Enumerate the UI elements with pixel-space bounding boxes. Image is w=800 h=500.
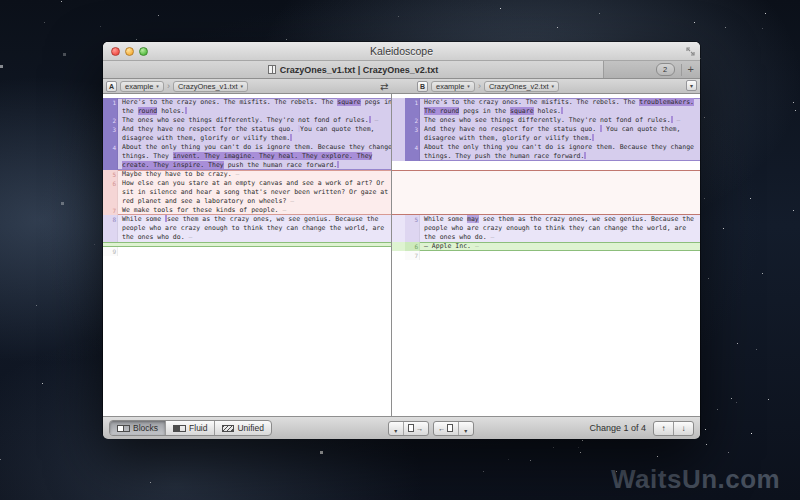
line-text: disagree with them, glorify or vilify th… (118, 134, 391, 143)
diff-row: 2The ones who see things differently. Th… (392, 116, 700, 125)
line-number (103, 233, 118, 242)
diff-row: 4About the only thing you can't do is ig… (103, 143, 391, 152)
breadcrumb-file-left[interactable]: CrazyOnes_v1.txt (173, 81, 248, 92)
diff-row: 7We make tools for these kinds of people… (103, 206, 391, 215)
block-edge-strip (392, 242, 405, 251)
tab-label: CrazyOnes_v1.txt | CrazyOnes_v2.txt (280, 65, 439, 75)
line-text: We make tools for these kinds of people.… (118, 206, 391, 215)
line-text: And they have no respect for the status … (420, 125, 700, 134)
line-number: 3 (405, 125, 420, 134)
copy-right-button[interactable]: → (404, 422, 428, 435)
diff-row: people who are crazy enough to think the… (103, 224, 391, 233)
line-number (103, 134, 118, 143)
line-text: the round holes. (118, 107, 391, 116)
line-text: red planet and see a laboratory on wheel… (118, 197, 391, 206)
line-text: disagree with them, glorify or vilify th… (420, 134, 700, 143)
line-number (405, 233, 420, 242)
line-text: the ones who do. – (118, 233, 391, 242)
breadcrumb-file-right[interactable]: CrazyOnes_v2.txt (484, 81, 559, 92)
diff-row: the round holes. (103, 107, 391, 116)
file-badge-a[interactable]: A (106, 81, 117, 92)
chevron-right-icon: › (478, 81, 481, 92)
line-number: 1 (405, 98, 420, 107)
line-text: Here's to the crazy ones. The misfits. T… (420, 98, 700, 107)
diff-row: the ones who do. – (103, 233, 391, 242)
chevron-right-icon: › (167, 81, 170, 92)
line-text: About the only thing you can't do is ign… (420, 143, 700, 152)
file-menu-button[interactable] (686, 80, 697, 91)
block-edge-strip (392, 116, 405, 125)
line-number (103, 161, 118, 170)
chevron-down-icon (394, 421, 397, 436)
next-change-button[interactable]: ↓ (674, 422, 693, 435)
diff-document-icon (268, 65, 276, 74)
diff-row (392, 161, 700, 170)
mode-blocks-button[interactable]: Blocks (110, 421, 166, 435)
prev-change-button[interactable]: ↑ (654, 422, 674, 435)
close-button[interactable] (111, 47, 120, 56)
resize-grip-icon[interactable] (686, 47, 695, 56)
line-number (103, 224, 118, 233)
window-title: Kaleidoscope (103, 42, 700, 60)
diff-row: the ones who do. – (392, 233, 700, 242)
minimize-button[interactable] (125, 47, 134, 56)
swap-files-icon[interactable] (380, 79, 388, 93)
merge-buttons: → ← (388, 421, 474, 436)
diff-row: things. They invent. They imagine. They … (103, 152, 391, 161)
right-pane[interactable]: 1Here's to the crazy ones. The misfits. … (391, 94, 700, 416)
block-edge-strip (392, 98, 405, 107)
line-text: things. They invent. They imagine. They … (118, 152, 391, 161)
diff-row: red planet and see a laboratory on wheel… (103, 197, 391, 206)
copy-left-button[interactable]: ← (434, 422, 459, 435)
diff-row: 8While some see them as the crazy ones, … (103, 215, 391, 224)
breadcrumb-folder-right[interactable]: example (431, 81, 475, 92)
title-bar[interactable]: Kaleidoscope (103, 42, 700, 61)
line-text (118, 247, 391, 256)
file-badge-b[interactable]: B (417, 81, 428, 92)
diff-row: disagree with them, glorify or vilify th… (392, 134, 700, 143)
crumb-label: CrazyOnes_v1.txt (178, 82, 238, 91)
merge-options-left-button[interactable] (389, 422, 404, 435)
diff-row: 7 (392, 251, 700, 260)
line-number: 5 (103, 170, 118, 179)
down-arrow-icon: ↓ (682, 424, 686, 433)
line-text: The round pegs in the square holes. (420, 107, 700, 116)
traffic-lights (111, 47, 148, 56)
diff-row: 3And they have no respect for the status… (392, 125, 700, 134)
line-text (420, 251, 700, 260)
diff-row (392, 170, 700, 215)
mode-label: Fluid (189, 423, 207, 433)
block-edge-strip (392, 224, 405, 233)
line-text: create. They inspire. They push the huma… (118, 161, 391, 170)
line-text: Here's to the crazy ones. The misfits. T… (118, 98, 391, 107)
up-arrow-icon: ↑ (662, 424, 666, 433)
mode-unified-button[interactable]: Unified (215, 421, 270, 435)
block-edge-strip (392, 125, 405, 134)
document-icon (408, 424, 414, 432)
file-navigation-bar: A example › CrazyOnes_v1.txt B example ›… (103, 79, 700, 94)
arrow-right-icon: → (416, 425, 423, 432)
line-text: things. They push the human race forward… (420, 152, 700, 161)
merge-options-right-button[interactable] (459, 422, 473, 435)
line-number: 5 (405, 215, 420, 224)
change-nav-segmented: ↑ ↓ (653, 421, 694, 436)
line-number (405, 224, 420, 233)
active-tab[interactable]: CrazyOnes_v1.txt | CrazyOnes_v2.txt (103, 61, 604, 78)
crumb-label: example (125, 82, 153, 91)
zoom-button[interactable] (139, 47, 148, 56)
line-text: The ones who see things differently. The… (420, 116, 700, 125)
watermark-text: WaitsUn.com (611, 464, 780, 495)
diff-row: 5While some may see them as the crazy on… (392, 215, 700, 224)
diff-row: people who are crazy enough to think the… (392, 224, 700, 233)
left-pane[interactable]: 1Here's to the crazy ones. The misfits. … (103, 94, 391, 416)
diff-row: sit in silence and hear a song that's ne… (103, 188, 391, 197)
kaleidoscope-window: Kaleidoscope CrazyOnes_v1.txt | CrazyOne… (103, 42, 700, 438)
new-tab-button[interactable]: + (688, 62, 694, 77)
line-number: 9 (103, 247, 118, 256)
line-number: 4 (103, 143, 118, 152)
line-number (103, 152, 118, 161)
line-text: How else can you stare at an empty canva… (118, 179, 391, 188)
mode-fluid-button[interactable]: Fluid (166, 421, 215, 435)
diff-row: things. They push the human race forward… (392, 152, 700, 161)
breadcrumb-folder-left[interactable]: example (120, 81, 164, 92)
